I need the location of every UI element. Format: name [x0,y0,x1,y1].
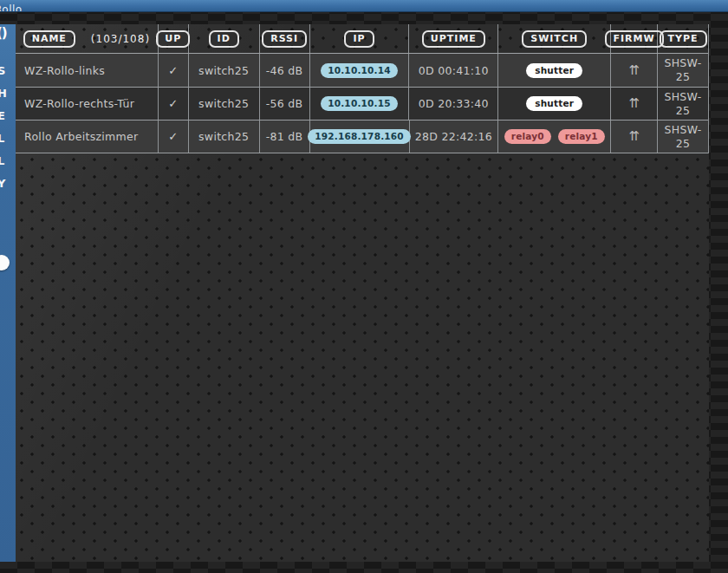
sort-button-uptime[interactable]: UPTIME [422,30,485,48]
cell-rssi: -56 dB [260,88,310,120]
ip-address-link[interactable]: 192.168.178.160 [308,129,411,144]
up-check-icon: ✓ [168,130,178,143]
device-table: NAME (103/108) UP ID RSSI IP UPTIME SWIT… [16,24,709,153]
shelly-logo-icon: () [0,25,7,41]
ip-address-link[interactable]: 10.10.10.14 [321,63,398,78]
table-body: WZ-Rollo-links ✓ switch25 -46 dB 10.10.1… [16,54,708,153]
up-check-icon: ✓ [168,97,178,110]
window-titlebar[interactable]: Rollo [0,0,728,12]
cell-device-name[interactable]: WZ-Rollo-rechts-Tür [16,88,159,120]
column-header-uptime: UPTIME [409,24,498,53]
cell-uptime: 0D 00:41:10 [409,54,498,87]
cell-uptime: 28D 22:42:16 [410,120,499,153]
app-window: { "window": { "title": "Rollo" }, "sideb… [0,0,728,573]
cell-device-name[interactable]: WZ-Rollo-links [16,54,159,87]
column-header-ip: IP [310,24,410,53]
switch-button-relay0[interactable]: relay0 [504,129,551,144]
table-row[interactable]: Rollo Arbeitszimmer ✓ switch25 -81 dB 19… [16,120,708,153]
cell-device-type: SHSW-25 [660,123,706,150]
sidebar-toggle-knob[interactable] [0,255,10,270]
column-header-firmw: FIRMW [611,24,658,53]
ip-address-link[interactable]: 10.10.10.15 [321,96,398,111]
sort-button-firmw[interactable]: FIRMW [605,30,664,48]
firmware-update-icon[interactable]: ⇈ [628,64,640,77]
window-title: Rollo [0,4,23,12]
sort-button-ip[interactable]: IP [344,30,374,48]
sort-button-up[interactable]: UP [156,30,190,48]
table-header-row: NAME (103/108) UP ID RSSI IP UPTIME SWIT… [16,24,708,54]
sidebar-collapsed[interactable]: () S H E L L Y [0,24,16,562]
table-row[interactable]: WZ-Rollo-links ✓ switch25 -46 dB 10.10.1… [16,54,708,87]
sidebar-letter: L [0,132,11,145]
cell-device-id: switch25 [189,54,260,87]
main-panel: NAME (103/108) UP ID RSSI IP UPTIME SWIT… [16,24,709,562]
cell-uptime: 0D 20:33:40 [409,88,498,120]
sidebar-letter: S [0,64,11,77]
column-header-rssi: RSSI [260,24,310,53]
sort-button-name[interactable]: NAME [23,30,75,48]
switch-button-shutter[interactable]: shutter [526,96,582,111]
sort-button-id[interactable]: ID [209,30,239,48]
up-check-icon: ✓ [168,64,178,77]
cell-device-id: switch25 [189,88,260,120]
column-header-up: UP [159,24,189,53]
column-header-id: ID [189,24,260,53]
sort-button-type[interactable]: TYPE [660,30,707,48]
cell-device-name[interactable]: Rollo Arbeitszimmer [16,120,159,153]
switch-button-relay1[interactable]: relay1 [558,129,605,144]
cell-rssi: -46 dB [260,54,310,87]
firmware-update-icon[interactable]: ⇈ [628,130,640,143]
sidebar-letter: L [0,154,11,167]
cell-device-type: SHSW-25 [660,90,706,117]
cell-device-type: SHSW-25 [660,56,706,83]
device-count: (103/108) [91,33,150,45]
sort-button-switch[interactable]: SWITCH [522,30,587,48]
sidebar-letter: H [0,87,11,100]
firmware-update-icon[interactable]: ⇈ [628,97,640,110]
sort-button-rssi[interactable]: RSSI [262,30,307,48]
column-header-name: NAME (103/108) [16,24,159,53]
sidebar-letter: E [0,109,11,122]
cell-device-id: switch25 [189,120,260,153]
cell-rssi: -81 dB [260,120,310,153]
table-row[interactable]: WZ-Rollo-rechts-Tür ✓ switch25 -56 dB 10… [16,87,708,120]
column-header-type: TYPE [658,24,708,53]
switch-button-shutter[interactable]: shutter [526,63,582,78]
column-header-switch: SWITCH [498,24,611,53]
sidebar-letter: Y [0,177,11,190]
